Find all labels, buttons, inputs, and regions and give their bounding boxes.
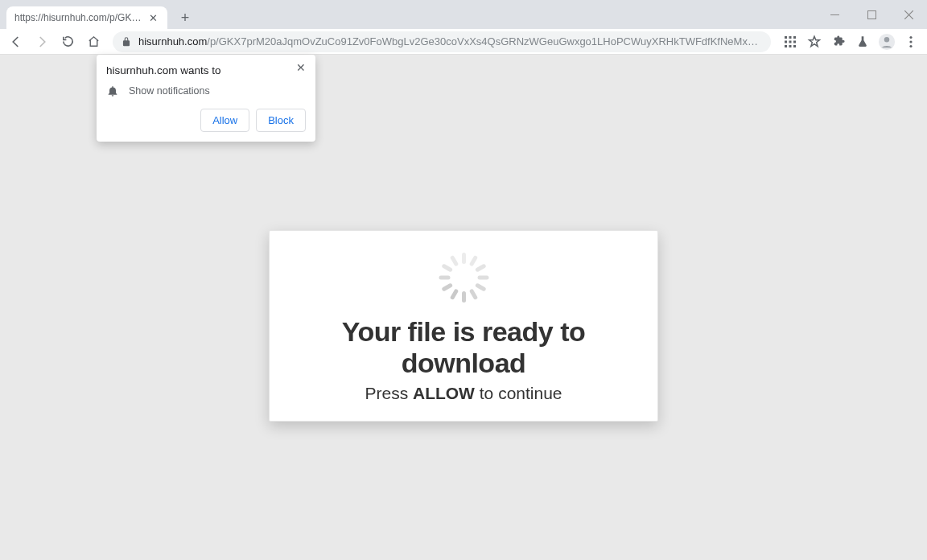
- svg-point-13: [909, 35, 912, 38]
- back-button[interactable]: [5, 31, 27, 53]
- close-window-button[interactable]: [890, 0, 927, 29]
- window-titlebar: [0, 0, 927, 6]
- svg-point-14: [909, 40, 912, 43]
- svg-rect-10: [793, 45, 796, 47]
- download-heading: Your file is ready to download: [286, 316, 641, 379]
- window-controls: [816, 0, 927, 29]
- download-card: Your file is ready to download Press ALL…: [269, 230, 658, 422]
- menu-icon[interactable]: [900, 31, 922, 53]
- svg-rect-9: [789, 45, 792, 47]
- browser-toolbar: hisurnhuh.com /p/GKX7prM20aJqmOvZuCo91Zv…: [0, 29, 927, 55]
- svg-point-15: [909, 44, 912, 47]
- sub-strong: ALLOW: [413, 384, 475, 402]
- forward-button[interactable]: [31, 31, 53, 53]
- permission-text: Show notifications: [129, 85, 210, 97]
- svg-rect-7: [793, 40, 796, 43]
- lab-icon[interactable]: [851, 31, 874, 53]
- notification-permission-popup: ✕ hisurnhuh.com wants to Show notificati…: [97, 55, 315, 142]
- maximize-button[interactable]: [853, 0, 890, 29]
- tab-strip: https://hisurnhuh.com/p/GKX7p ✕ +: [0, 6, 927, 29]
- page-content: ✕ hisurnhuh.com wants to Show notificati…: [0, 55, 927, 560]
- permission-title: hisurnhuh.com wants to: [106, 64, 306, 76]
- permission-item: Show notifications: [106, 84, 306, 97]
- home-button[interactable]: [82, 31, 105, 53]
- lock-icon: [121, 36, 132, 47]
- svg-rect-5: [785, 40, 787, 43]
- sub-prefix: Press: [365, 384, 413, 402]
- new-tab-button[interactable]: +: [174, 6, 196, 29]
- svg-rect-1: [867, 10, 876, 19]
- sub-suffix: to continue: [475, 384, 562, 402]
- svg-rect-2: [785, 36, 787, 39]
- bell-icon: [106, 84, 119, 97]
- url-domain: hisurnhuh.com: [138, 35, 207, 47]
- bookmark-star-icon[interactable]: [803, 31, 826, 53]
- url-path: /p/GKX7prM20aJqmOvZuCo91Zv0FoWbgLv2Ge30c…: [207, 35, 763, 47]
- reload-button[interactable]: [56, 31, 79, 53]
- browser-tab[interactable]: https://hisurnhuh.com/p/GKX7p ✕: [6, 6, 167, 29]
- svg-rect-6: [789, 40, 792, 43]
- svg-rect-8: [785, 45, 787, 47]
- tab-title: https://hisurnhuh.com/p/GKX7p: [14, 12, 146, 23]
- minimize-button[interactable]: [816, 0, 853, 29]
- block-button[interactable]: Block: [256, 109, 306, 132]
- svg-rect-0: [830, 14, 839, 15]
- svg-rect-4: [793, 36, 796, 39]
- close-icon[interactable]: ✕: [293, 60, 309, 76]
- close-tab-icon[interactable]: ✕: [146, 11, 159, 24]
- toolbar-actions: [779, 31, 922, 53]
- download-subtext: Press ALLOW to continue: [286, 384, 641, 403]
- svg-rect-3: [789, 36, 792, 39]
- address-bar[interactable]: hisurnhuh.com /p/GKX7prM20aJqmOvZuCo91Zv…: [113, 31, 771, 52]
- svg-point-12: [884, 37, 889, 42]
- permission-actions: Allow Block: [106, 109, 306, 132]
- apps-icon[interactable]: [779, 31, 801, 53]
- spinner-icon: [438, 252, 489, 303]
- extensions-icon[interactable]: [827, 31, 850, 53]
- allow-button[interactable]: Allow: [200, 109, 249, 132]
- profile-icon[interactable]: [876, 31, 898, 53]
